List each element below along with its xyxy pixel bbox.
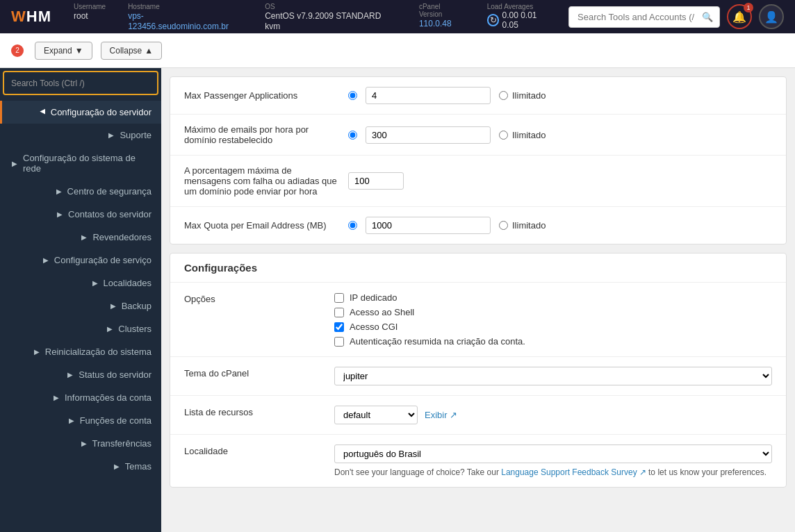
tema-controls: jupiter [334, 367, 772, 385]
load-icon: ↻ [487, 14, 500, 26]
secondary-bar: 2 Expand ▼ Collapse ▲ [0, 33, 795, 68]
sidebar-item-rede[interactable]: ▶ Configuração do sistema de rede [0, 147, 161, 180]
notification-bell-button[interactable]: 🔔 1 [727, 4, 752, 29]
server-meta: Username root Hostname vps-123456.seudom… [74, 3, 555, 31]
falha-controls [348, 172, 772, 190]
localidade-select[interactable]: português do Brasil [334, 444, 772, 463]
autenticacao-label: Autenticação resumida na criação da cont… [350, 336, 525, 347]
acesso-shell-label: Acesso ao Shell [350, 307, 414, 317]
sidebar-item-reinicializacao[interactable]: ▶ Reinicialização do sistema [0, 340, 161, 363]
sidebar-item-transferencias[interactable]: ▶ Transferências [0, 432, 161, 455]
sidebar-item-funcoes[interactable]: ▶ Funções de conta [0, 409, 161, 432]
checkbox-autenticacao: Autenticação resumida na criação da cont… [334, 336, 772, 347]
chevron-right-icon: ▶ [56, 188, 62, 195]
sidebar-item-clusters[interactable]: ▶ Clusters [0, 317, 161, 340]
sidebar-item-configuracao-servidor[interactable]: ▶ Configuração do servidor [0, 101, 161, 124]
chevron-right-icon: ▶ [43, 256, 49, 264]
chevron-right-icon: ▶ [57, 210, 63, 218]
tema-select[interactable]: jupiter [334, 367, 772, 385]
meta-load: Load Averages ↻ 0.00 0.01 0.05 [487, 3, 555, 31]
passenger-radio-unlimited[interactable] [499, 91, 508, 100]
form-row-passenger: Max Passenger Applications Ilimitado [170, 77, 786, 115]
sidebar-item-suporte[interactable]: ▶ Suporte [0, 124, 161, 147]
top-bar: WHM Username root Hostname vps-123456.se… [0, 0, 795, 33]
emails-radio-unlimited[interactable] [499, 131, 508, 140]
language-survey-link[interactable]: Language Support Feedback Survey ↗ [501, 467, 646, 477]
passenger-input[interactable] [366, 87, 491, 104]
chevron-right-icon: ▶ [54, 394, 59, 401]
configuracoes-title: Configurações [170, 253, 786, 283]
emails-radio-value[interactable] [348, 131, 357, 140]
external-link-icon: ↗ [639, 467, 646, 477]
quota-controls: Ilimitado [348, 217, 772, 234]
emails-controls: Ilimitado [348, 126, 772, 144]
whm-logo: WHM [11, 8, 51, 26]
form-row-falha: A porcentagem máxima de mensagens com fa… [170, 156, 786, 207]
autenticacao-checkbox[interactable] [334, 337, 344, 347]
sidebar: ▶ Configuração do servidor ▶ Suporte ▶ C… [0, 68, 161, 532]
quota-unlimited-group: Ilimitado [499, 220, 546, 231]
meta-hostname: Hostname vps-123456.seudominio.com.br [128, 3, 243, 31]
config-row-opcoes: Opções IP dedicado Acesso ao Shell Acess… [170, 283, 786, 357]
config-row-tema: Tema do cPanel jupiter [170, 357, 786, 396]
sidebar-item-contatos[interactable]: ▶ Contatos do servidor [0, 203, 161, 226]
ip-dedicado-checkbox[interactable] [334, 293, 344, 303]
exibir-link[interactable]: Exibir ↗ [425, 410, 457, 420]
sidebar-item-informacoes[interactable]: ▶ Informações da conta [0, 386, 161, 409]
chevron-right-icon: ▶ [67, 371, 73, 379]
emails-label: Máximo de emails por hora por domínio re… [184, 124, 337, 145]
quota-radio-value[interactable] [348, 221, 357, 230]
sidebar-search-input[interactable] [11, 78, 150, 88]
recursos-controls: default Exibir ↗ [334, 406, 772, 424]
global-search-input[interactable] [568, 6, 720, 28]
sidebar-search-container [3, 71, 158, 95]
localidade-label: Localidade [184, 444, 323, 456]
user-menu-button[interactable]: 👤 [759, 4, 784, 29]
expand-button[interactable]: Expand ▼ [35, 42, 92, 60]
resources-row: default Exibir ↗ [334, 406, 772, 424]
main-layout: ▶ Configuração do servidor ▶ Suporte ▶ C… [0, 68, 795, 532]
meta-os: OS CentOS v7.9.2009 STANDARD kvm [265, 3, 397, 31]
opcoes-controls: IP dedicado Acesso ao Shell Acesso CGI A… [334, 292, 772, 347]
collapse-button[interactable]: Collapse ▲ [101, 42, 163, 60]
chevron-right-icon: ▶ [12, 160, 17, 167]
chevron-right-icon: ▶ [114, 463, 120, 470]
falha-input[interactable] [348, 172, 404, 190]
chevron-right-icon: ▶ [69, 417, 74, 424]
emails-input[interactable] [366, 126, 491, 144]
acesso-cgi-label: Acesso CGI [350, 322, 398, 332]
quota-label: Max Quota per Email Address (MB) [184, 220, 337, 231]
localidade-controls: português do Brasil Don't see your langu… [334, 444, 772, 477]
sidebar-item-servico[interactable]: ▶ Configuração de serviço [0, 249, 161, 272]
quota-radio-unlimited[interactable] [499, 221, 508, 230]
checkbox-acesso-cgi: Acesso CGI [334, 322, 772, 332]
sidebar-item-localidades[interactable]: ▶ Localidades [0, 272, 161, 294]
quota-input[interactable] [366, 217, 491, 234]
ip-dedicado-label: IP dedicado [350, 292, 397, 303]
limits-card: Max Passenger Applications Ilimitado Máx… [170, 76, 787, 244]
locale-note: Don't see your language of choice? Take … [334, 467, 772, 477]
chevron-right-icon: ▶ [108, 131, 114, 139]
checkbox-acesso-shell: Acesso ao Shell [334, 307, 772, 317]
acesso-cgi-checkbox[interactable] [334, 322, 344, 332]
sidebar-item-backup[interactable]: ▶ Backup [0, 294, 161, 317]
passenger-label: Max Passenger Applications [184, 90, 337, 101]
passenger-unlimited-group: Ilimitado [499, 90, 546, 101]
topbar-actions: 🔍 🔔 1 👤 [568, 4, 784, 29]
recursos-select[interactable]: default [334, 406, 418, 424]
recursos-label: Lista de recursos [184, 406, 323, 417]
sidebar-item-seguranca[interactable]: ▶ Centro de segurança [0, 180, 161, 203]
sidebar-item-status[interactable]: ▶ Status do servidor [0, 363, 161, 386]
passenger-controls: Ilimitado [348, 87, 772, 104]
external-link-icon: ↗ [450, 410, 457, 420]
chevron-right-icon: ▶ [34, 348, 40, 356]
sidebar-item-temas[interactable]: ▶ Temas [0, 455, 161, 478]
nav-badge: 2 [11, 44, 24, 57]
passenger-radio-value[interactable] [348, 91, 357, 100]
notification-badge: 1 [744, 3, 753, 13]
sidebar-item-revendedores[interactable]: ▶ Revendedores [0, 226, 161, 249]
form-row-quota: Max Quota per Email Address (MB) Ilimita… [170, 207, 786, 244]
form-row-emails: Máximo de emails por hora por domínio re… [170, 115, 786, 156]
acesso-shell-checkbox[interactable] [334, 308, 344, 317]
content-area: Max Passenger Applications Ilimitado Máx… [161, 68, 795, 532]
